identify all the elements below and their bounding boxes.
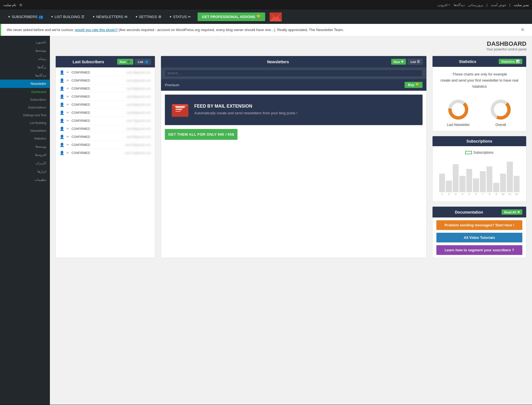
subscription-bar-label: 8: [489, 193, 490, 196]
notice-close-button[interactable]: ✕: [518, 27, 526, 32]
list-subscribers-button[interactable]: List 👥: [135, 59, 151, 65]
subscriber-edit-icon[interactable]: ✏: [66, 111, 69, 115]
subscriber-user-icon: 👤: [60, 94, 64, 99]
subscription-bar-item: 7: [480, 171, 486, 196]
nav-newsletters[interactable]: ▼ NEWSLETTERS ✉: [89, 12, 131, 21]
nav-subscribers[interactable]: ▼ SUBSCRIBERS 👥: [4, 12, 46, 21]
subscription-bar-item: 11: [507, 162, 513, 196]
admin-bar-left: نام سایت ⊞: [3, 3, 22, 7]
admin-bar-updates[interactable]: بروزرسانی: [468, 3, 483, 7]
table-row: 👤 ✏ CONFIRMED user7@gmail.com: [56, 117, 155, 125]
video-tutorials-button[interactable]: All Video Tutorials: [436, 233, 522, 242]
statistics-button[interactable]: Statistics 📊: [499, 59, 522, 64]
subscriptions-panel-header: Subscriptions: [433, 136, 526, 146]
subscribers-header-actions: New ➕ List 👥: [117, 59, 151, 65]
subscription-bar: [446, 181, 452, 192]
sidebar-item-plugins[interactable]: افزونه‌ها: [0, 151, 50, 159]
sidebar-item-settings[interactable]: تنظیمات: [0, 176, 50, 184]
sidebar-item-nl-listbuilding[interactable]: List Building: [0, 119, 50, 127]
subscription-bar-item: 3: [453, 164, 459, 196]
subscriber-edit-icon[interactable]: ✏: [66, 151, 69, 155]
sidebar-item-media[interactable]: رسانه: [0, 55, 50, 63]
sidebar-item-nl-subscriptions[interactable]: Subscriptions: [0, 103, 50, 111]
subscriber-status: CONFIRMED: [71, 135, 90, 138]
read-all-button[interactable]: Read All ⊕: [502, 209, 522, 215]
problem-sending-button[interactable]: Problem sending messages? Start here !: [436, 220, 522, 230]
subscriber-status: CONFIRMED: [71, 111, 90, 114]
segment-subscribers-button[interactable]: Learn how to segment your suscribers ?: [436, 245, 522, 255]
newsletter-search-input[interactable]: [165, 70, 423, 77]
sidebar-item-nl-dashboard[interactable]: Dashboard: [0, 88, 50, 96]
subscriber-list: 👤 ✏ CONFIRMED user1@gmail.com 👤 ✏ CONFIR…: [56, 67, 155, 158]
sidebar-item-nl-statistics[interactable]: Statistics: [0, 135, 50, 142]
subscriber-user-icon: 👤: [60, 135, 64, 139]
donut-charts: Last Newsletter Overall: [433, 94, 526, 131]
subscriber-email: user5@gmail.com: [92, 103, 151, 106]
new-subscriber-button[interactable]: New ➕: [117, 59, 134, 65]
subscriber-edit-icon[interactable]: ✏: [66, 95, 69, 98]
admin-bar-site[interactable]: نام سایت: [3, 3, 16, 7]
subscriber-status: CONFIRMED: [71, 87, 90, 90]
subscriber-edit-icon[interactable]: ✏: [66, 87, 69, 90]
subscriber-user-icon: 👤: [60, 110, 64, 115]
subscriber-user-icon: 👤: [60, 70, 64, 75]
list-newsletters-button[interactable]: List ☰: [408, 59, 423, 65]
sidebar-item-nl-settings[interactable]: Settings and Test: [0, 111, 50, 119]
subscriber-edit-icon[interactable]: ✏: [66, 143, 69, 147]
feed-promo-box: FEED BY MAIL EXTENSION Automatically cre…: [165, 95, 423, 125]
buy-button[interactable]: Buy 🏆: [405, 82, 423, 88]
newsletters-header-actions: New ✚ List ☰: [391, 59, 423, 65]
donut-chart-overall: [490, 98, 512, 121]
rate-plugin-link[interactable]: would you rate this plugin?: [75, 28, 118, 32]
nav-status[interactable]: ▼ STATUS ✏: [166, 12, 194, 21]
overall-chart: Overall: [490, 98, 512, 127]
svg-rect-8: [175, 111, 180, 112]
notice-text: We never asked before and we're curious:…: [7, 28, 344, 32]
nav-list-building[interactable]: ▼ LIST BUILDING ☰: [47, 12, 88, 21]
nav-subscribers-label: SUBSCRIBERS: [12, 15, 37, 19]
subscription-bar-label: 1: [441, 193, 443, 196]
sidebar-item-comments[interactable]: دیدگاه‌ها: [0, 71, 50, 80]
admin-bar-sep2: |: [487, 3, 487, 7]
subscriber-user-icon: 👤: [60, 78, 64, 83]
subscription-bar: [514, 176, 520, 192]
list-building-caret: ▼: [51, 15, 53, 18]
admin-bar-comments[interactable]: دیدگاه‌ها: [454, 3, 465, 7]
sidebar-item-pages[interactable]: برگه‌ها: [0, 63, 50, 71]
subscriber-edit-icon[interactable]: ✏: [66, 135, 69, 139]
subscriber-status: CONFIRMED: [71, 71, 90, 74]
new-newsletter-button[interactable]: New ✚: [391, 59, 406, 65]
subscriber-edit-icon[interactable]: ✏: [66, 70, 69, 74]
get-all-button[interactable]: GET THEM ALL FOR ONLY 69€ / 65$: [165, 129, 237, 140]
sidebar-item-newsletter[interactable]: Newsletter: [0, 80, 50, 88]
admin-bar-user[interactable]: مدیر سایت: [514, 3, 529, 7]
subscriber-edit-icon[interactable]: ✏: [66, 103, 69, 107]
sidebar-item-dashboard[interactable]: داشبورد: [0, 38, 50, 46]
admin-bar-new[interactable]: + افزودن: [438, 3, 450, 7]
get-pro-button[interactable]: GET PROFESSIONAL ADDONS 🏆: [198, 12, 265, 21]
subscribers-caret: ▼: [8, 15, 11, 18]
subscriber-status: CONFIRMED: [71, 95, 90, 98]
statistics-panel: Statistics Statistics 📊 These charts are…: [432, 56, 526, 131]
list-building-icon: ☰: [81, 15, 85, 19]
sidebar-item-posts[interactable]: نوشته‌ها: [0, 46, 50, 55]
sidebar-item-users[interactable]: کاربران: [0, 159, 50, 167]
sidebar-item-nl-newsletters[interactable]: Newsletters: [0, 127, 50, 135]
feed-promo-text: FEED BY MAIL EXTENSION Automatically cre…: [194, 104, 297, 116]
nav-settings[interactable]: ▼ SETTINGS ⚙: [132, 12, 165, 21]
sidebar-item-nl-subscribers[interactable]: Subscribers: [0, 96, 50, 103]
settings-caret: ▼: [135, 15, 138, 18]
sidebar-item-appearance[interactable]: پوسته‌ها: [0, 142, 50, 151]
table-row: 👤 ✏ CONFIRMED user5@gmail.com: [56, 101, 155, 109]
newsletter-search-bar: [161, 67, 426, 79]
subscriber-edit-icon[interactable]: ✏: [66, 79, 69, 82]
subscriber-edit-icon[interactable]: ✏: [66, 127, 69, 131]
subscriber-edit-icon[interactable]: ✏: [66, 119, 69, 123]
subscription-bar-label: 3: [455, 193, 456, 196]
subscriber-email: user10@gmail.com: [92, 143, 151, 146]
subscription-bar-label: 2: [448, 193, 450, 196]
subscription-bar: [480, 171, 486, 192]
table-row: 👤 ✏ CONFIRMED user11@gmail.com: [56, 149, 155, 157]
subscription-bar: [453, 164, 459, 193]
sidebar-item-tools[interactable]: ابزارها: [0, 167, 50, 176]
